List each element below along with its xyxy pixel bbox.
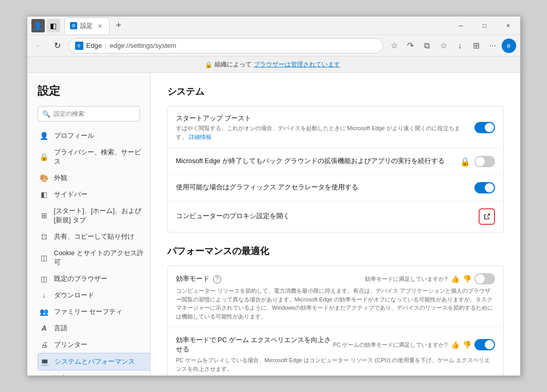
profile-icon[interactable]: 👤 — [31, 19, 45, 32]
startup-boost-toggle[interactable] — [474, 122, 495, 133]
search-icon: 🔍 — [42, 110, 50, 118]
background-run-row: Microsoft Edge が終了してもバック グラウンドの拡張機能およびアプ… — [168, 149, 503, 175]
sidebar-item-reset[interactable]: ⟳ 設定のリセット — [38, 370, 150, 376]
banner-text-before: 組織によって — [215, 60, 252, 69]
sidebar-label-family: ファミリー セーフティ — [54, 307, 123, 316]
gpu-accel-toggle[interactable] — [474, 182, 495, 193]
background-run-info: Microsoft Edge が終了してもバック グラウンドの拡張機能およびアプ… — [176, 156, 452, 167]
titlebar-left: 👤 ◧ ⚙ 設定 ✕ + — [27, 17, 126, 34]
more-button[interactable]: ··· — [485, 38, 501, 54]
sidebar-label-sidebar: サイドバー — [54, 190, 87, 199]
back-button[interactable]: ← — [31, 38, 47, 54]
gaming-status: PC ゲームの効率モードに満足していますか? 👍 👎 — [333, 339, 495, 350]
toolbar-icons: ☆ ↷ ⧉ ☆ ↓ ⊞ ··· e — [386, 38, 516, 54]
gaming-desc: PC ゲームをプレイしている場合、Microsoft Edge はコンピューター… — [176, 356, 495, 373]
browser-nav-icon: ◫ — [40, 274, 49, 283]
language-nav-icon: A — [40, 324, 49, 333]
refresh-button[interactable]: ↻ — [50, 38, 65, 54]
efficiency-mode-toggle[interactable] — [474, 273, 495, 284]
gaming-header: 効率モードで PC ゲーム エクスペリエンスを向上させる PC ゲームの効率モー… — [176, 335, 495, 354]
startup-boost-row: スタートアップ ブースト すばやく閲覧する。これがオンの場合、デバイスを起動した… — [168, 106, 503, 149]
startup-boost-desc: すばやく閲覧する。これがオンの場合、デバイスを起動したときに Microsoft… — [176, 124, 466, 141]
extensions-button[interactable]: ⊞ — [469, 38, 484, 54]
reset-nav-icon: ⟳ — [40, 374, 49, 376]
address-favicon: e — [75, 42, 83, 50]
efficiency-help-icon[interactable]: ? — [213, 275, 221, 283]
sidebar-item-sidebar[interactable]: ◧ サイドバー — [38, 186, 150, 203]
sidebar-label-profile: プロフィール — [54, 131, 94, 140]
sidebar: 設定 🔍 👤 プロフィール 🔒 プライバシー、検索、サービス 🎨 外観 ◧ サイ… — [27, 73, 151, 376]
sidebar-nav-icon: ◧ — [40, 190, 49, 199]
proxy-row: コンピューターのプロキシ設定を開く — [168, 201, 503, 232]
close-button[interactable]: × — [497, 16, 520, 35]
gaming-row: 効率モードで PC ゲーム エクスペリエンスを向上させる PC ゲームの効率モー… — [168, 328, 503, 376]
thumbs-down-icon[interactable]: 👎 — [463, 275, 471, 283]
search-box[interactable]: 🔍 — [38, 106, 140, 121]
address-box[interactable]: e Edge | edge://settings/system — [68, 38, 383, 54]
efficiency-mode-header: 効率モード ? 効率モードに満足していますか? 👍 👎 — [176, 273, 495, 284]
history-button[interactable]: ↷ — [403, 38, 418, 54]
efficiency-mode-desc: コンピューター リソースを節約して、電力消費を最小限に抑えます。有点は、デバイス… — [176, 287, 495, 320]
gaming-thumbs-up-icon[interactable]: 👍 — [451, 341, 460, 349]
background-run-label: Microsoft Edge が終了してもバック グラウンドの拡張機能およびアプ… — [176, 156, 452, 166]
efficiency-mode-status: 効率モードに満足していますか? 👍 👎 — [365, 273, 495, 284]
favorites-button[interactable]: ☆ — [436, 38, 451, 54]
system-section-title: システム — [167, 85, 504, 98]
gaming-thumbs-down-icon[interactable]: 👎 — [463, 341, 471, 349]
sidebar-label-printer: プリンター — [54, 340, 87, 349]
system-settings-group: スタートアップ ブースト すばやく閲覧する。これがオンの場合、デバイスを起動した… — [167, 106, 504, 233]
banner-lock-icon: 🔒 — [205, 61, 213, 68]
new-tab-button[interactable]: + — [112, 19, 126, 33]
sidebar-item-browser[interactable]: ◫ 既定のブラウザー — [38, 271, 150, 287]
browser-tab[interactable]: ⚙ 設定 ✕ — [64, 17, 110, 34]
proxy-info: コンピューターのプロキシ設定を開く — [176, 211, 470, 222]
search-input[interactable] — [54, 110, 135, 117]
minimize-button[interactable]: ─ — [449, 16, 473, 35]
sidebar-item-printer[interactable]: 🖨 プリンター — [38, 336, 150, 353]
sidebar-item-system[interactable]: 💻 システムとパフォーマンス — [38, 353, 150, 370]
download-nav-icon: ↓ — [40, 291, 49, 300]
proxy-control — [479, 208, 495, 225]
tab-close-button[interactable]: ✕ — [96, 22, 104, 30]
sidebar-item-start[interactable]: ⊞ [スタート]、[ホーム]、および [新規] タブ — [38, 203, 150, 228]
printer-nav-icon: 🖨 — [40, 340, 49, 349]
sidebar-label-system: システムとパフォーマンス — [55, 357, 135, 366]
gaming-toggle[interactable] — [474, 339, 495, 350]
privacy-nav-icon: 🔒 — [40, 152, 49, 162]
thumbs-up-icon[interactable]: 👍 — [451, 275, 460, 283]
sidebar-item-share[interactable]: ⊡ 共有、コピーして貼り付け — [38, 228, 150, 245]
maximize-button[interactable]: □ — [473, 16, 497, 35]
sidebar-item-appearance[interactable]: 🎨 外観 — [38, 170, 150, 186]
window-controls: ─ □ × — [449, 16, 520, 35]
sidebar-item-language[interactable]: A 言語 — [38, 320, 150, 336]
new-tab-icon[interactable]: ◧ — [47, 19, 60, 32]
sidebar-item-family[interactable]: 👥 ファミリー セーフティ — [38, 304, 150, 320]
gaming-title: 効率モードで PC ゲーム エクスペリエンスを向上させる — [176, 335, 333, 354]
downloads-button[interactable]: ↓ — [452, 38, 468, 54]
sidebar-item-cookie[interactable]: ◫ Cookie とサイトのアクセス許可 — [38, 245, 150, 271]
gpu-accel-label: 使用可能な場合はグラフィックス アクセラレータを使用する — [176, 183, 466, 192]
split-button[interactable]: ⧉ — [419, 38, 435, 54]
startup-boost-control — [474, 122, 495, 133]
family-nav-icon: 👥 — [40, 307, 49, 316]
page-content: システム スタートアップ ブースト すばやく閲覧する。これがオンの場合、デバイス… — [151, 73, 520, 376]
sidebar-label-appearance: 外観 — [54, 173, 67, 183]
star-button[interactable]: ☆ — [386, 38, 402, 54]
startup-boost-link[interactable]: 詳細情報 — [189, 134, 211, 140]
proxy-label: コンピューターのプロキシ設定を開く — [176, 211, 470, 221]
proxy-external-link-button[interactable] — [479, 208, 495, 225]
sidebar-item-download[interactable]: ↓ ダウンロード — [38, 287, 150, 304]
background-run-control: 🔒 — [460, 156, 495, 167]
sidebar-label-share: 共有、コピーして貼り付け — [54, 232, 134, 241]
sidebar-item-profile[interactable]: 👤 プロフィール — [38, 128, 150, 144]
efficiency-mode-title: 効率モード ? — [176, 274, 365, 283]
external-link-icon — [483, 213, 490, 220]
share-nav-icon: ⊡ — [40, 232, 49, 241]
managed-link[interactable]: ブラウザーは管理されています — [254, 60, 340, 69]
sidebar-item-privacy[interactable]: 🔒 プライバシー、検索、サービス — [38, 144, 150, 170]
perf-settings-group: 効率モード ? 効率モードに満足していますか? 👍 👎 コンピューター リソース… — [167, 265, 504, 376]
edge-button[interactable]: e — [502, 39, 516, 53]
lock-icon: 🔒 — [460, 157, 470, 167]
background-run-toggle[interactable] — [474, 156, 495, 167]
gpu-accel-control — [474, 182, 495, 193]
